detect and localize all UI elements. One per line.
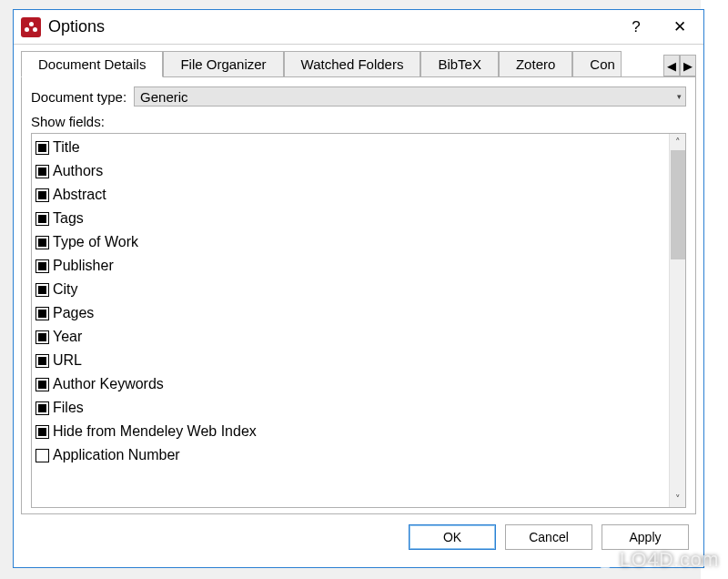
tab-file-organizer[interactable]: File Organizer [163,51,283,77]
checkbox-icon[interactable] [35,236,49,249]
field-label: URL [53,350,82,371]
checkbox-icon[interactable] [35,212,49,226]
fields-listbox: TitleAuthorsAbstractTagsType of WorkPubl… [31,133,686,508]
field-label: Tags [53,208,84,229]
field-item[interactable]: Pages [35,301,665,325]
background-content [701,0,728,579]
field-label: Year [53,327,82,347]
options-dialog: Options ? ✕ Document Details File Organi… [13,9,704,568]
cancel-button[interactable]: Cancel [505,524,592,550]
field-item[interactable]: Tags [35,207,665,230]
document-type-combo[interactable]: Generic [134,86,686,107]
window-title: Options [48,17,620,36]
tab-scroll: ◀ ▶ [663,55,696,76]
checkbox-icon[interactable] [35,425,49,439]
tab-watched-folders[interactable]: Watched Folders [284,51,421,77]
field-label: Author Keywords [53,374,164,394]
tab-bibtex[interactable]: BibTeX [420,51,499,77]
field-label: Title [53,137,80,157]
apply-button[interactable]: Apply [602,524,689,550]
field-label: City [53,279,78,300]
tab-bar: Document Details File Organizer Watched … [21,50,696,77]
checkbox-icon[interactable] [35,378,49,391]
field-item[interactable]: Title [35,136,665,159]
document-type-row: Document type: Generic [31,86,686,107]
checkbox-icon[interactable] [35,141,49,155]
help-button[interactable]: ? [620,15,652,40]
field-item[interactable]: Type of Work [35,230,665,254]
tab-document-details[interactable]: Document Details [21,51,163,77]
checkbox-icon[interactable] [35,449,49,462]
field-item[interactable]: Authors [35,159,665,183]
field-label: Authors [53,161,103,181]
field-item[interactable]: Application Number [35,443,665,467]
show-fields-label: Show fields: [31,114,686,129]
checkbox-icon[interactable] [35,283,49,297]
close-button[interactable]: ✕ [663,15,696,40]
field-item[interactable]: Publisher [35,254,665,278]
checkbox-icon[interactable] [35,354,49,368]
tab-zotero[interactable]: Zotero [499,51,572,77]
ok-button[interactable]: OK [409,524,496,550]
checkbox-icon[interactable] [35,165,49,178]
tab-scroll-right[interactable]: ▶ [680,55,696,76]
document-type-value: Generic [140,89,188,105]
checkbox-icon[interactable] [35,330,49,344]
tab-scroll-left[interactable]: ◀ [663,55,680,76]
tab-content: Document type: Generic Show fields: Titl… [21,77,696,514]
field-item[interactable]: URL [35,349,665,372]
field-label: Hide from Mendeley Web Index [53,422,257,442]
field-item[interactable]: Abstract [35,183,665,207]
titlebar: Options ? ✕ [14,10,703,45]
scroll-thumb[interactable] [671,150,685,259]
field-label: Type of Work [53,232,138,252]
field-label: Application Number [53,445,180,465]
scroll-down-button[interactable]: ˅ [670,491,686,507]
scrollbar: ˄ ˅ [669,134,685,507]
field-label: Publisher [53,256,114,276]
field-item[interactable]: Year [35,325,665,349]
field-label: Files [53,398,84,418]
dialog-buttons: OK Cancel Apply [21,514,696,560]
document-type-label: Document type: [31,89,126,105]
field-item[interactable]: City [35,278,665,301]
checkbox-icon[interactable] [35,188,49,202]
checkbox-icon[interactable] [35,307,49,320]
field-item[interactable]: Hide from Mendeley Web Index [35,420,665,443]
app-icon [21,17,41,37]
checkbox-icon[interactable] [35,259,49,273]
field-item[interactable]: Files [35,396,665,420]
field-item[interactable]: Author Keywords [35,372,665,396]
field-label: Abstract [53,185,106,205]
tab-more[interactable]: Con [572,51,622,77]
scroll-up-button[interactable]: ˄ [670,134,686,150]
field-label: Pages [53,303,94,323]
fields-list[interactable]: TitleAuthorsAbstractTagsType of WorkPubl… [32,134,669,507]
title-controls: ? ✕ [620,15,696,40]
dialog-body: Document Details File Organizer Watched … [14,45,703,567]
checkbox-icon[interactable] [35,401,49,415]
